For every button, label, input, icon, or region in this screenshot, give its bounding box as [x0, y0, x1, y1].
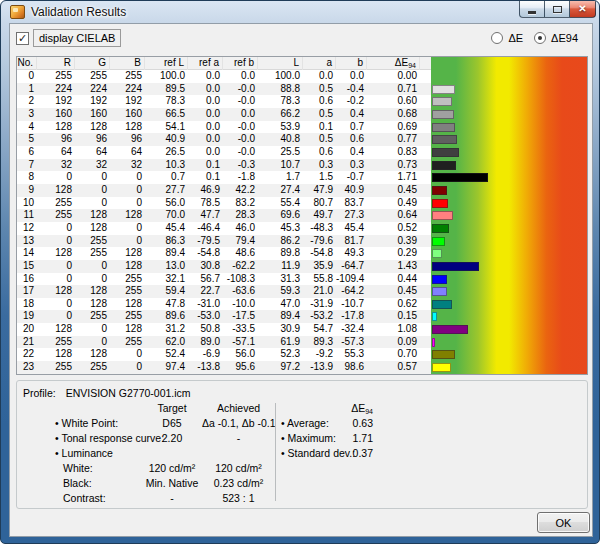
table-cell: 128: [75, 209, 110, 222]
table-cell: 47.9: [303, 184, 336, 197]
minimize-button[interactable]: [519, 1, 545, 18]
table-cell: 0.0: [336, 70, 367, 83]
table-cell: -48.3: [303, 222, 336, 235]
table-row: 596969640.90.0-0.040.80.50.60.77: [17, 133, 431, 146]
table-cell: 42.2: [223, 184, 258, 197]
table-cell: 78.3: [258, 95, 303, 108]
table-cell: 1.08: [367, 323, 420, 336]
table-cell: 0.0: [188, 133, 223, 146]
table-cell: 255: [37, 336, 75, 349]
table-cell: 56.0: [145, 197, 188, 210]
delta-e-bar: [432, 350, 455, 359]
table-cell: 160: [37, 108, 75, 121]
table-cell: 0.0: [188, 121, 223, 134]
table-cell: 255: [37, 70, 75, 83]
table-cell: -0.0: [223, 146, 258, 159]
table-cell: 0: [75, 171, 110, 184]
table-cell: 0.3: [303, 159, 336, 172]
table-cell: 0.77: [367, 133, 420, 146]
table-cell: 28.3: [223, 209, 258, 222]
display-cielab-checkbox[interactable]: ✓: [16, 32, 29, 45]
summary-cell: Black:: [17, 476, 142, 491]
delta-e-statistics: ΔE94 • Average:0.63• Maximum:1.71• Stand…: [281, 401, 373, 461]
summary-cell: [202, 446, 275, 461]
table-cell: 0: [110, 184, 145, 197]
table-cell: 66.2: [258, 108, 303, 121]
target-achieved-table: Target Achieved • White Point:D65Δa -0.1…: [17, 401, 275, 506]
table-cell: 81.7: [336, 235, 367, 248]
table-cell: 128: [75, 285, 110, 298]
table-cell: 10.7: [258, 159, 303, 172]
table-row: 120128045.4-46.446.045.3-48.345.40.52: [17, 222, 431, 235]
close-icon: ✕: [578, 4, 586, 14]
delta-e-bar: [432, 300, 452, 309]
table-row: 130255086.3-79.579.486.2-79.681.70.39: [17, 235, 431, 248]
table-cell: 56.7: [188, 273, 223, 286]
delta-e-bar: [432, 249, 442, 258]
maximize-button[interactable]: [545, 1, 570, 18]
table-cell: 96: [75, 133, 110, 146]
table-cell: 55.8: [303, 273, 336, 286]
table-cell: 79.4: [223, 235, 258, 248]
delta-e-bar: [432, 224, 449, 233]
table-row: 102550056.078.583.255.480.783.70.49: [17, 197, 431, 210]
table-cell: 30.9: [258, 323, 303, 336]
profile-value: ENVISION G2770-001.icm: [66, 387, 191, 399]
table-cell: 47.7: [188, 209, 223, 222]
table-cell: 0: [110, 348, 145, 361]
table-cell: -10.7: [336, 298, 367, 311]
table-cell: 0.0: [188, 108, 223, 121]
table-cell: 0.62: [367, 298, 420, 311]
table-cell: 128: [110, 260, 145, 273]
delta-e-bar: [432, 85, 455, 94]
table-cell: -1.8: [223, 171, 258, 184]
table-cell: 255: [110, 70, 145, 83]
table-cell: 0.73: [367, 159, 420, 172]
table-cell: 47.8: [145, 298, 188, 311]
table-cell: 48.6: [223, 247, 258, 260]
table-cell: 35.9: [303, 260, 336, 273]
delta-e94-radio[interactable]: [534, 32, 546, 44]
table-cell: -6.9: [188, 348, 223, 361]
table-cell: 0.45: [367, 285, 420, 298]
table-cell: 13: [17, 235, 37, 248]
table-cell: 64: [110, 146, 145, 159]
table-cell: 11.9: [258, 260, 303, 273]
delta-e-bar: [432, 199, 448, 208]
table-cell: 89.8: [258, 247, 303, 260]
summary-row: Contrast:-523 : 1: [17, 491, 275, 506]
table-cell: -31.0: [188, 298, 223, 311]
delta-e-bar: [432, 262, 479, 271]
summary-cell: Min. Native: [142, 476, 202, 491]
summary-cell: • White Point:: [17, 416, 142, 431]
table-cell: 128: [110, 323, 145, 336]
table-cell: 0.5: [303, 133, 336, 146]
ok-button[interactable]: OK: [537, 512, 590, 533]
summary-cell: 523 : 1: [202, 491, 275, 506]
table-cell: 98.6: [336, 361, 367, 374]
table-row: 664646426.50.0-0.025.50.60.40.83: [17, 146, 431, 159]
table-row: 20128012831.250.8-33.530.954.7-32.41.08: [17, 323, 431, 336]
table-row: 412812812854.10.0-0.053.90.10.70.69: [17, 121, 431, 134]
table-cell: 49.3: [336, 247, 367, 260]
table-cell: 26.5: [145, 146, 188, 159]
table-cell: 255: [75, 310, 110, 323]
table-cell: 255: [75, 361, 110, 374]
table-cell: 89.5: [145, 83, 188, 96]
table-cell: 54.1: [145, 121, 188, 134]
close-button[interactable]: ✕: [570, 1, 596, 18]
table-cell: 255: [75, 247, 110, 260]
titlebar[interactable]: Validation Results ✕: [1, 1, 599, 23]
table-cell: 69.6: [258, 209, 303, 222]
delta-e-bar: [432, 312, 437, 321]
table-cell: 10: [17, 197, 37, 210]
table-cell: 128: [110, 247, 145, 260]
delta-e-radio[interactable]: [491, 32, 503, 44]
table-row: 0255255255100.00.00.0100.00.00.00.00: [17, 70, 431, 83]
stat-cell: • Standard dev.:: [281, 447, 355, 459]
stat-cell: 0.63: [353, 416, 373, 431]
table-cell: 52.4: [145, 348, 188, 361]
table-row: 91280027.746.942.227.447.940.90.45: [17, 184, 431, 197]
app-icon: [10, 5, 25, 19]
table-cell: 0.60: [367, 95, 420, 108]
